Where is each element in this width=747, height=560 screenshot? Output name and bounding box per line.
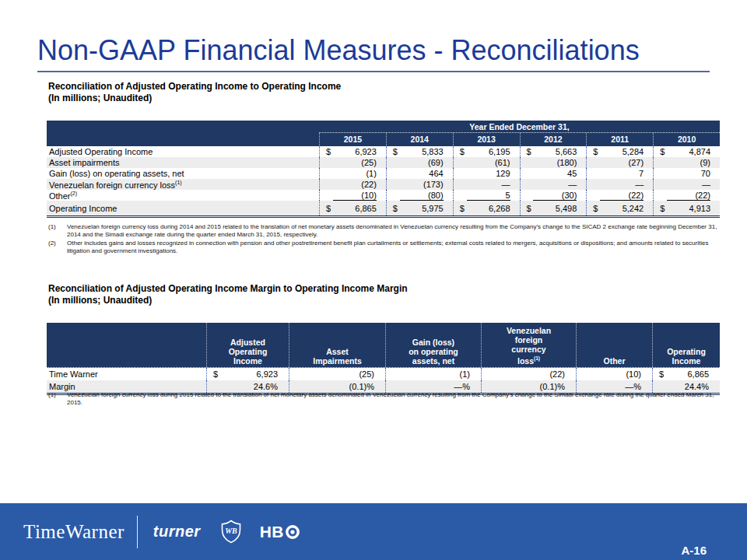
value-cell: 464 [386,168,453,179]
value-cell: $5,498 [520,201,587,215]
cell-value: (22) [361,180,377,189]
value-cell: 7 [586,168,653,179]
year-column-header: 2011 [586,133,653,146]
column-header-line: Operating [229,347,268,356]
value-cell: (22) [653,190,720,201]
value-cell: (10) [576,368,652,380]
cell-value: (10) [333,191,377,201]
row-label: Adjusted Operating Income [47,147,319,156]
cell-value: —% [454,382,470,391]
cell-value: 70 [701,169,710,178]
value-cell: (80) [386,190,453,201]
column-header-line: assets, net [412,356,454,366]
footnote-number: (1) [48,223,67,239]
value-cell: 45 [520,168,587,179]
cell-value: 5 [467,191,510,201]
cell-value: 4,874 [689,147,710,156]
section1-heading: Reconciliation of Adjusted Operating Inc… [48,81,341,104]
reconciliation-table-income: Year Ended December 31,20152014201320122… [47,121,720,218]
value-cell: — [520,179,587,190]
value-cell: $5,975 [386,201,453,215]
year-column-header: 2015 [319,133,386,146]
value-cell: (173) [386,179,453,190]
cell-value: (0.1)% [349,382,374,391]
svg-text:WB: WB [225,527,237,535]
table2-header: AdjustedOperatingIncomeAssetImpairmentsG… [47,323,720,368]
cell-value: (69) [428,158,444,167]
column-header [47,323,206,367]
table-row: Adjusted Operating Income$6,923$5,833$6,… [47,146,720,157]
footnote-marker: (1) [534,355,540,361]
column-header-line: currency [511,345,545,354]
column-header-line: Venezuelan [507,326,551,335]
cell-value: (180) [557,158,577,167]
cell-value: 6,865 [355,204,377,213]
column-header-line: loss(1) [517,354,540,366]
footnote-number: (2) [48,240,67,255]
column-header-line: on operating [409,347,458,356]
table1-header-spacer2 [47,133,319,146]
hbo-letters: HB [260,523,284,541]
cell-value: (10) [626,369,641,379]
table1-header-spacer [47,121,319,133]
page-title: Non-GAAP Financial Measures - Reconcilia… [37,34,640,67]
cell-value: (25) [359,369,374,379]
value-cell: (22) [481,368,576,380]
footer-bar: TimeWarner turner WB HB A-16 [0,503,747,560]
dollar-sign: $ [593,147,598,156]
slide: Non-GAAP Financial Measures - Reconcilia… [0,0,747,560]
cell-value: — [568,180,577,189]
page-number: A-16 [681,544,707,557]
cell-value: (80) [400,191,444,201]
section2-heading-line2: (In millions; Unaudited) [48,295,408,306]
value-cell: (27) [586,157,653,168]
year-column-header: 2010 [653,133,720,146]
cell-value: — [635,180,644,189]
cell-value: (30) [533,191,577,201]
cell-value: (1) [366,169,376,178]
cell-value: (25) [361,158,377,167]
dollar-sign: $ [393,147,398,156]
column-header: Venezuelanforeigncurrencyloss(1) [481,323,576,367]
cell-value: (22) [600,191,644,201]
cell-value: (9) [700,158,710,167]
value-cell: $5,663 [520,146,587,157]
cell-value: 24.6% [254,382,278,391]
cell-value: 6,923 [355,147,377,156]
value-cell: (25) [289,368,385,380]
dollar-sign: $ [593,204,598,213]
dollar-sign: $ [527,204,531,213]
footnote-marker: (1) [175,180,182,185]
cell-value: (22) [549,369,565,379]
cell-value: 6,195 [489,147,510,156]
cell-value: 5,663 [556,147,577,156]
year-ended-header: Year Ended December 31, [319,121,720,133]
value-cell: $5,284 [586,146,653,157]
cell-value: 4,913 [689,204,710,213]
value-cell: (1) [319,168,386,179]
footnote-text: Other includes gains and losses recogniz… [67,240,717,255]
table1-header: Year Ended December 31,20152014201320122… [47,121,720,146]
dollar-sign: $ [326,204,331,213]
footnote-marker: (2) [71,191,78,196]
column-header: OperatingIncome [652,323,720,367]
row-label: Gain (loss) on operating assets, net [47,169,319,178]
year-column-header: 2013 [453,133,520,146]
timewarner-logo: TimeWarner [23,521,124,543]
table1-footnotes: (1)Venezuelan foreign currency loss duri… [48,223,717,256]
dollar-sign: $ [660,147,665,156]
title-divider [37,71,710,72]
cell-value: 6,923 [256,369,278,379]
value-cell: — [586,179,653,190]
value-cell: $4,874 [653,146,720,157]
value-cell: (10) [319,190,386,201]
wb-shield-icon: WB [221,520,241,544]
column-header: Other [576,323,652,367]
value-cell: (22) [319,179,386,190]
hbo-logo: HB [260,523,300,541]
cell-value: 5,833 [422,147,444,156]
dollar-sign: $ [213,369,218,379]
footnote-text: Venezuelan foreign currency loss during … [67,223,717,239]
column-header-line: Income [672,356,701,366]
dollar-sign: $ [393,204,398,213]
